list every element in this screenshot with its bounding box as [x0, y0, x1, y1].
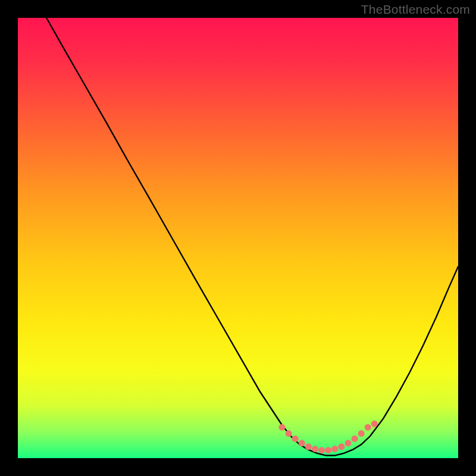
highlight-dot: [358, 430, 365, 437]
highlight-dot: [352, 436, 358, 442]
highlight-dot: [299, 440, 305, 446]
highlight-dot: [331, 446, 338, 452]
highlight-dot: [318, 447, 325, 453]
highlight-dot: [345, 440, 352, 446]
highlight-dot: [305, 443, 312, 450]
highlight-dot: [312, 446, 318, 452]
highlight-dot: [325, 447, 331, 453]
highlight-dot: [371, 421, 378, 427]
bottleneck-chart: [0, 0, 476, 476]
watermark-text: TheBottleneck.com: [361, 2, 470, 17]
chart-stage: TheBottleneck.com: [0, 0, 476, 476]
highlight-dot: [286, 430, 292, 437]
highlight-dot: [279, 424, 286, 431]
highlight-dot: [292, 436, 299, 442]
highlight-dot: [338, 443, 345, 450]
highlight-dot: [365, 424, 371, 431]
